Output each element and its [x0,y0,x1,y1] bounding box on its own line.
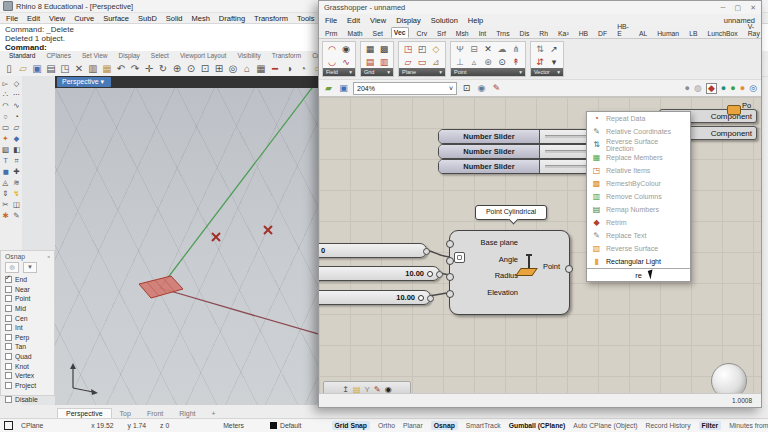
input-nub[interactable] [446,257,454,265]
input-label[interactable]: Elevation [458,288,518,297]
toolbar-tab[interactable]: Set View [82,52,108,59]
tool-curve-icon[interactable]: ∿ [12,100,22,111]
checkbox[interactable] [5,315,12,322]
tool-mesh-icon[interactable]: ◬ [1,177,11,188]
camera-icon[interactable]: ◉ [385,385,392,393]
cplane-label[interactable]: CPlane [21,422,43,429]
tool-array-icon[interactable]: ✱ [1,210,11,221]
component-icon[interactable]: ↟ [509,57,523,67]
osnap-option[interactable]: Vertex [5,371,54,381]
slider-name[interactable]: Number Slider [439,145,540,158]
input-label[interactable]: Radius [458,271,518,280]
component-icon[interactable]: ⊥ [453,57,467,67]
checkbox[interactable] [5,372,12,379]
osnap-disable[interactable]: Disable [5,395,54,405]
folder-icon[interactable]: ▤ [353,385,361,393]
component-icon[interactable]: ⊙ [495,57,509,67]
component-icon[interactable]: ⊿ [429,57,443,67]
osnap-option[interactable]: Tan [5,342,54,352]
zoom-extents-icon[interactable]: ⊞ [213,63,225,74]
canvas-compass[interactable] [711,363,747,393]
toolbar-tab[interactable]: Display [119,52,140,59]
checkbox[interactable] [5,276,12,283]
component-icon[interactable]: ◉ [339,44,353,54]
tool-select-icon[interactable]: ▻ [1,78,11,89]
number-slider-clipped[interactable]: 0 [319,243,427,258]
status-toggle[interactable]: Grid Snap [332,421,370,430]
category-tab[interactable]: Rh [537,29,550,38]
category-tab[interactable]: LunchBox [705,29,739,38]
component-icon[interactable]: ◡ [325,57,339,67]
osnap-option[interactable]: End [5,275,54,285]
slider-grip-icon[interactable] [427,271,433,277]
layer-grid-icon[interactable]: ▦ [255,63,267,74]
category-tab[interactable]: Msh [454,29,471,38]
category-tab[interactable]: LB [687,29,699,38]
tool-extrude-icon[interactable]: ⇕ [1,188,11,199]
export-icon[interactable]: ◳ [59,63,71,74]
measure-icon[interactable]: ━ [269,63,281,74]
grasshopper-canvas[interactable]: Number Slider 10.00 Number Slider 10.00 … [319,97,761,393]
component-icon[interactable]: ◠ [325,44,339,54]
component-icon[interactable]: ▾ [547,57,561,67]
grasshopper-window[interactable]: Grasshopper - unnamed ─▢✕ FileEditViewDi… [318,0,762,408]
component-icon[interactable]: ⊟ [467,44,481,54]
grasshopper-menu-item[interactable]: File [325,16,337,25]
menu-item[interactable]: ◔ Repeat Data [587,112,690,125]
rhino-menu-item[interactable]: SubD [138,14,157,23]
rhino-menu-item[interactable]: Drafting [219,14,245,23]
category-tab[interactable]: Dis [518,29,532,38]
component-icon[interactable]: ▭ [415,57,429,67]
checkbox[interactable] [5,295,12,302]
grasshopper-menu-item[interactable]: Edit [347,16,360,25]
menu-item[interactable]: ▮ Rectangular Light [587,255,690,268]
osnap-option[interactable]: Project [5,381,54,391]
open-file-icon[interactable]: ▱ [17,63,29,74]
layer-color-icon[interactable] [4,421,13,430]
status-toggle[interactable]: Osnap [431,421,458,430]
category-tab[interactable]: Int [477,29,489,38]
grasshopper-menu-item[interactable]: Help [468,16,483,25]
component-icon[interactable]: ◰ [415,44,429,54]
number-slider-clipped[interactable]: 10.00 [319,266,440,281]
shade-icon[interactable]: ◔ [297,63,309,74]
preview-eye-icon[interactable]: ◉ [476,83,487,93]
checkbox[interactable] [5,286,12,293]
checkbox[interactable] [5,353,12,360]
green-display-icon[interactable]: ● [730,84,735,93]
save-icon[interactable]: ▣ [338,83,349,93]
component-icon[interactable]: ◳ [401,44,415,54]
category-tab[interactable]: Set [371,29,385,38]
osnap-option[interactable]: Cen [5,313,54,323]
tool-ellipse-icon[interactable]: ◔ [12,111,22,122]
output-label[interactable]: Point [543,262,560,271]
menu-item[interactable]: ✎ Relative Coordinates [587,125,690,138]
tool-split-icon[interactable]: ◫ [12,199,22,210]
category-tab[interactable]: Ka² [556,29,571,38]
osnap-option[interactable]: Int [5,323,54,333]
tool-text-icon[interactable]: T [1,155,11,166]
input-nub[interactable] [446,240,454,248]
osnap-option[interactable]: Knot [5,361,54,371]
osnap-option[interactable]: Perp [5,333,54,343]
slider-grip-icon[interactable] [418,295,424,301]
rhino-menu-item[interactable]: Curve [74,14,94,23]
wire-icon[interactable]: Y [365,385,370,393]
status-toggle[interactable]: Planar [403,422,423,429]
osnap-option[interactable]: Quad [5,352,54,362]
tool-solid-icon[interactable]: ◆ [12,133,22,144]
save-icon[interactable]: ▣ [31,63,43,74]
zoom-extents-icon[interactable]: ⊡ [461,83,472,93]
zoom-window-icon[interactable]: ⊡ [199,63,211,74]
tool-lasso-icon[interactable]: ◇ [12,78,22,89]
shaded-display-icon[interactable]: ◆ [706,83,717,94]
tool-arc-icon[interactable]: ◠ [1,100,11,111]
viewport-bottom-tab[interactable]: Perspective [57,408,112,418]
component-icon[interactable]: ▵ [467,57,481,67]
tool-trim-icon[interactable]: ✂ [1,199,11,210]
grasshopper-menu-item[interactable]: Display [396,16,421,25]
category-tab[interactable]: V-Ray [746,22,762,38]
category-tab[interactable]: Trns [494,29,511,38]
rhino-menu-item[interactable]: Solid [166,14,183,23]
paste-icon[interactable]: ▦ [101,63,113,74]
